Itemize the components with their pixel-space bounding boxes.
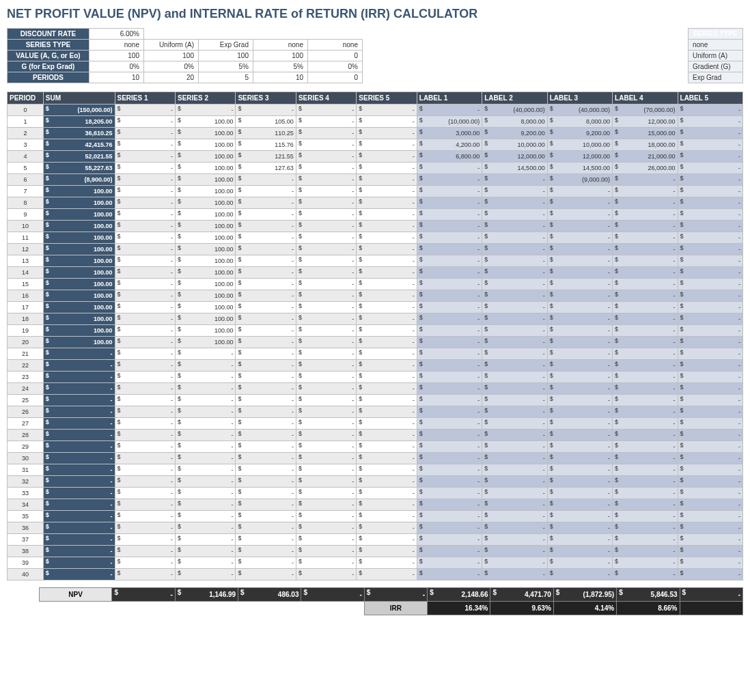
param-value[interactable]: 100 bbox=[253, 51, 308, 61]
label-cell: $- bbox=[482, 174, 547, 186]
param-value[interactable]: 10 bbox=[253, 72, 308, 83]
param-value[interactable]: 100 bbox=[89, 51, 144, 61]
table-row: 15$100.00$-$100.00$-$-$-$-$-$-$-$- bbox=[8, 279, 743, 290]
label-cell: $- bbox=[482, 546, 547, 557]
series-cell: $115.76 bbox=[236, 139, 296, 151]
series-cell: $- bbox=[296, 163, 356, 174]
label-cell: $- bbox=[678, 279, 742, 290]
label-cell: $- bbox=[547, 464, 612, 476]
param-value[interactable]: 5 bbox=[199, 72, 253, 83]
label-cell: $- bbox=[482, 244, 547, 255]
param-value[interactable]: none bbox=[253, 40, 308, 51]
param-value[interactable]: 5% bbox=[199, 61, 253, 72]
label-cell: $- bbox=[417, 244, 482, 255]
param-value[interactable]: 5% bbox=[253, 61, 308, 72]
label-cell: $- bbox=[547, 360, 612, 372]
series-cell: $- bbox=[236, 186, 296, 197]
series-cell: $100.00 bbox=[175, 302, 235, 313]
param-value[interactable]: Exp Grad bbox=[199, 40, 253, 51]
param-value[interactable]: 20 bbox=[144, 72, 199, 83]
npv-value: $- bbox=[301, 588, 364, 602]
label-cell: $- bbox=[613, 244, 678, 255]
param-value[interactable]: none bbox=[89, 40, 144, 51]
label-cell: $- bbox=[417, 313, 482, 325]
label-cell: $- bbox=[417, 279, 482, 290]
label-cell: $- bbox=[613, 418, 678, 430]
series-cell: $- bbox=[357, 139, 417, 151]
series-cell: $- bbox=[296, 151, 356, 163]
series-cell: $- bbox=[175, 395, 235, 406]
series-cell: $- bbox=[115, 511, 175, 522]
param-value[interactable]: 0% bbox=[89, 61, 144, 72]
label-cell: $(10,000.00) bbox=[417, 116, 482, 128]
irr-value: 8.66% bbox=[617, 602, 680, 615]
label-cell: $- bbox=[547, 418, 612, 430]
param-value[interactable]: 6.00% bbox=[89, 29, 144, 40]
period-cell: 30 bbox=[8, 453, 44, 464]
series-cell: $- bbox=[115, 464, 175, 476]
series-cell: $- bbox=[296, 441, 356, 453]
param-value[interactable]: 100 bbox=[199, 51, 253, 61]
series-cell: $- bbox=[115, 163, 175, 174]
label-cell: $- bbox=[482, 337, 547, 348]
table-row: 40$-$-$-$-$-$-$-$-$-$-$- bbox=[8, 569, 743, 580]
param-value[interactable]: 100 bbox=[144, 51, 199, 61]
series-cell: $- bbox=[296, 302, 356, 313]
period-cell: 28 bbox=[8, 430, 44, 441]
label-cell: $- bbox=[678, 221, 742, 232]
param-value[interactable]: Uniform (A) bbox=[144, 40, 199, 51]
series-cell: $- bbox=[115, 360, 175, 372]
series-cell: $- bbox=[296, 104, 356, 116]
label-cell: $- bbox=[482, 267, 547, 279]
label-cell: $- bbox=[613, 557, 678, 569]
param-value[interactable]: 0 bbox=[308, 51, 363, 61]
label-cell: $- bbox=[678, 464, 742, 476]
label-cell: $- bbox=[482, 406, 547, 418]
series-cell: $100.00 bbox=[175, 290, 235, 302]
table-row: 16$100.00$-$100.00$-$-$-$-$-$-$-$- bbox=[8, 290, 743, 302]
series-cell: $- bbox=[236, 348, 296, 360]
column-header: SERIES 3 bbox=[236, 92, 296, 104]
period-cell: 11 bbox=[8, 232, 44, 244]
label-cell: $- bbox=[613, 174, 678, 186]
series-cell: $- bbox=[175, 372, 235, 383]
series-cell: $- bbox=[115, 302, 175, 313]
period-cell: 20 bbox=[8, 337, 44, 348]
param-value[interactable]: 10 bbox=[89, 72, 144, 83]
label-cell: $- bbox=[613, 197, 678, 209]
param-value[interactable]: none bbox=[308, 40, 363, 51]
irr-value: 16.34% bbox=[428, 602, 490, 615]
sum-cell: $- bbox=[43, 430, 115, 441]
sum-cell: $100.00 bbox=[43, 209, 115, 221]
param-value[interactable]: 0 bbox=[308, 72, 363, 83]
series-cell: $- bbox=[175, 499, 235, 511]
label-cell: $26,000.00 bbox=[613, 163, 678, 174]
series-cell: $- bbox=[357, 232, 417, 244]
series-cell: $- bbox=[115, 279, 175, 290]
sum-cell: $- bbox=[43, 476, 115, 488]
column-header: SERIES 5 bbox=[357, 92, 417, 104]
table-row: 29$-$-$-$-$-$-$-$-$-$-$- bbox=[8, 441, 743, 453]
series-cell: $- bbox=[236, 255, 296, 267]
label-cell: $12,000.00 bbox=[613, 116, 678, 128]
param-value[interactable]: 0% bbox=[144, 61, 199, 72]
series-cell: $- bbox=[357, 267, 417, 279]
table-row: 33$-$-$-$-$-$-$-$-$-$-$- bbox=[8, 488, 743, 499]
label-cell: $- bbox=[482, 255, 547, 267]
series-cell: $- bbox=[236, 418, 296, 430]
label-cell: $- bbox=[613, 383, 678, 395]
label-cell: $- bbox=[417, 174, 482, 186]
param-value[interactable]: 0% bbox=[308, 61, 363, 72]
label-cell: $- bbox=[613, 441, 678, 453]
period-cell: 26 bbox=[8, 406, 44, 418]
legend-item: none bbox=[689, 40, 743, 51]
series-cell: $- bbox=[236, 569, 296, 580]
period-cell: 18 bbox=[8, 313, 44, 325]
param-label: PERIODS bbox=[8, 72, 89, 83]
sum-cell: $100.00 bbox=[43, 221, 115, 232]
table-row: 38$-$-$-$-$-$-$-$-$-$-$- bbox=[8, 546, 743, 557]
table-row: 30$-$-$-$-$-$-$-$-$-$-$- bbox=[8, 453, 743, 464]
table-row: 31$-$-$-$-$-$-$-$-$-$-$- bbox=[8, 464, 743, 476]
series-cell: $- bbox=[236, 337, 296, 348]
series-cell: $- bbox=[296, 546, 356, 557]
